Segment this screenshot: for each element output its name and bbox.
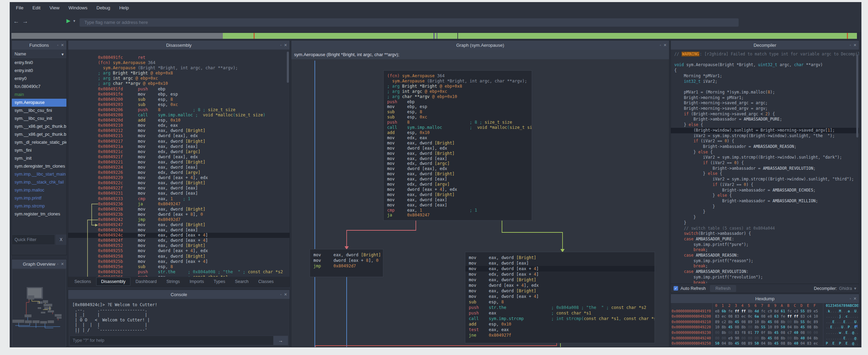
function-list-item[interactable]: sym.deregister_tm_clones: [12, 162, 66, 170]
hexdump-row[interactable]: 0x000000000804922010 8b 45 08 8b 00 8b 5…: [671, 325, 859, 330]
asm-line[interactable]: mov eax, dword [Bright]: [387, 171, 528, 177]
asm-line[interactable]: 0x08049200 sub esp, 8: [68, 97, 290, 102]
function-list-item[interactable]: sym.imp.__libc_start_main: [12, 170, 66, 178]
tab-search[interactable]: Search: [230, 278, 253, 285]
asm-line[interactable]: 0x08049231 mov eax, dword [eax]: [68, 191, 290, 196]
asm-line[interactable]: 0x0804921f mov dword [eax], edx: [68, 154, 290, 160]
asm-line[interactable]: mov eax, dword [Bright]: [387, 151, 528, 156]
undock-icon[interactable]: ◦: [280, 292, 282, 296]
tab-dashboard[interactable]: Dashboard: [131, 278, 161, 285]
close-icon[interactable]: ✕: [284, 292, 287, 297]
asm-line[interactable]: 0x0804922f mov eax, dword [eax]: [68, 186, 290, 191]
asm-line[interactable]: mov eax, dword [Bright]: [387, 192, 528, 197]
asm-line[interactable]: add esp, 0x10: [387, 130, 528, 135]
decompiler-line[interactable]: case AMBASSADOR_PURE:: [671, 237, 859, 242]
asm-line[interactable]: sym.Aeropause (Bright *Bright, int argc,…: [68, 65, 290, 71]
asm-line[interactable]: 0x0804922c mov eax, dword [Bright]: [68, 180, 290, 186]
hexdump-row[interactable]: 0x000000000804923000 8b 00 83 f8 01 77 0…: [671, 330, 859, 336]
close-icon[interactable]: ✕: [853, 296, 857, 301]
function-list-item[interactable]: sym.__x86.get_pc_thunk.bp: [12, 123, 66, 131]
function-list-item[interactable]: entry.init0: [12, 67, 66, 75]
asm-line[interactable]: mov eax, dword [eax]: [387, 197, 528, 203]
decompiler-scrollbar[interactable]: [856, 54, 858, 137]
asm-line[interactable]: 0x08049217 mov eax, dword [Bright]: [68, 139, 290, 144]
forward-icon[interactable]: →: [21, 18, 29, 25]
decompiler-select[interactable]: Decompiler: Ghidra ▾: [814, 286, 857, 291]
function-list-item[interactable]: sym.imp.strcmp: [12, 202, 66, 210]
function-list-item[interactable]: entry0: [12, 75, 66, 83]
asm-line[interactable]: mov edx, eax: [387, 135, 528, 141]
asm-line[interactable]: 0x080491fd push ebp: [68, 87, 290, 92]
hexdump-row[interactable]: 0x000000000804920083 ec 08 83 ec 0c 6a 0…: [671, 314, 859, 319]
decompiler-line[interactable]: iVar2 = sym.imp.strcmp((Bright->window).…: [671, 177, 859, 182]
close-icon[interactable]: ✕: [61, 43, 64, 47]
decompiler-line[interactable]: sym.imp.printf("reason");: [671, 258, 859, 264]
asm-line[interactable]: add esp, 0x10: [469, 321, 651, 327]
undock-icon[interactable]: ◦: [660, 43, 661, 47]
decompiler-line[interactable]: // WARNING: [r2ghidra] Failed to match t…: [671, 52, 859, 57]
asm-line[interactable]: sub esp, 8: [387, 109, 528, 115]
decompiler-line[interactable]: {: [671, 68, 859, 73]
function-list-item[interactable]: entry.fini0: [12, 59, 66, 67]
asm-line[interactable]: (fcn) sym.Aeropause 364: [387, 73, 528, 79]
asm-line[interactable]: ; arg Bright *Bright @ ebp+0x8: [387, 84, 528, 89]
menu-item-windows[interactable]: Windows: [68, 5, 88, 10]
asm-line[interactable]: 0x08049242 jmp 0x80492d7: [68, 217, 290, 222]
decompiler-line[interactable]: } else {: [671, 171, 859, 177]
asm-line[interactable]: mov dword [eax], edx: [387, 166, 528, 171]
asm-line[interactable]: 0x0804920d add esp, 0x10: [68, 118, 290, 123]
refresh-button[interactable]: Refresh: [710, 285, 736, 292]
decompiler-line[interactable]: sym.imp.printf("pure");: [671, 242, 859, 248]
disassembly-listing[interactable]: 0x080491fc ret(fcn) sym.Aeropause 364 sy…: [68, 50, 290, 277]
disassembly-scrollbar[interactable]: [287, 52, 289, 83]
scroll-left-icon[interactable]: «: [855, 322, 858, 329]
decompiler-line[interactable]: Bright->ambassador = AMBASSADOR_REVOLUTI…: [671, 166, 859, 171]
asm-line[interactable]: 0x0804923b mov dword [eax + 8], 0: [68, 212, 290, 217]
asm-line[interactable]: 0x08049252 mov eax, dword [Bright]: [68, 243, 290, 248]
decompiler-line[interactable]: } else {: [671, 122, 859, 128]
console-send-button[interactable]: →: [273, 336, 288, 345]
asm-line[interactable]: mov dword [eax], edx: [387, 146, 528, 151]
decompiler-line[interactable]: break;: [671, 280, 859, 284]
function-list-item[interactable]: sym.Aeropause: [12, 99, 66, 107]
function-list-item[interactable]: sym._dl_relocate_static_pie: [12, 139, 66, 147]
asm-line[interactable]: 0x08049233 cmp eax, 1 ; 1: [68, 196, 290, 202]
asm-line[interactable]: 0x08049221 mov eax, dword [Bright]: [68, 160, 290, 165]
decompiler-line[interactable]: iVar2 = sym.imp.strcmp((Bright->window).…: [671, 155, 859, 160]
undock-icon[interactable]: ◦: [57, 262, 58, 266]
decompiler-line[interactable]: Bright->morning = pMVar1;: [671, 95, 859, 101]
asm-line[interactable]: (fcn) sym.Aeropause 364: [68, 60, 290, 65]
asm-line[interactable]: ; arg Bright *Bright @ ebp+0x8: [68, 71, 290, 76]
hexdump-grid[interactable]: 0 1 2 3 4 5 6 7 8 9 A B C D E F012345678…: [671, 303, 859, 347]
asm-line[interactable]: jmp 0x80492d7: [313, 263, 380, 269]
asm-line[interactable]: 0x08049224 mov eax, dword [eax]: [68, 165, 290, 170]
asm-line[interactable]: 0x08049226 mov edx, dword [argv]: [68, 170, 290, 175]
asm-line[interactable]: 0x08049206 push 8 ; 8 ; size_t size: [68, 107, 290, 113]
asm-line[interactable]: 0x0804921a mov eax, dword [eax]: [68, 144, 290, 149]
asm-line[interactable]: call sym.imp.malloc ; void *malloc(size_…: [387, 125, 528, 130]
decompiler-line[interactable]: if (iVar2 == 0) {: [671, 182, 859, 188]
asm-line[interactable]: ja 0x8049247: [387, 213, 528, 218]
asm-line[interactable]: 0x08049215 mov dword [eax], edx: [68, 133, 290, 139]
asm-line[interactable]: 0x080491fe mov ebp, esp: [68, 92, 290, 97]
function-list-item[interactable]: sym.__libc_csu_fini: [12, 107, 66, 115]
graph-minimap[interactable]: [12, 268, 66, 347]
asm-line[interactable]: 0x08049255 mov dword [eax + 4], edx: [68, 248, 290, 254]
asm-line[interactable]: cmp eax, 1 ; 1: [387, 208, 528, 213]
asm-line[interactable]: sym.Aeropause (Bright *Bright, int argc,…: [387, 79, 528, 84]
asm-line[interactable]: mov eax, dword [eax]: [387, 203, 528, 208]
asm-line[interactable]: mov eax, dword [eax + 4]: [465, 266, 655, 272]
asm-line[interactable]: mov dword [eax + 8], 0: [313, 258, 380, 263]
decompiler-line[interactable]: void sym.Aeropause(Bright *Bright, uint3…: [671, 62, 859, 68]
decompiler-line[interactable]: int32_t iVar2;: [671, 79, 859, 85]
auto-refresh-checkbox[interactable]: ✓: [674, 286, 678, 291]
asm-line[interactable]: mov eax, dword [eax]: [387, 177, 528, 182]
asm-line[interactable]: 0x080491fc ret: [68, 55, 290, 60]
decompiler-line[interactable]: if (iVar2 == 0) {: [671, 160, 859, 166]
undock-icon[interactable]: ◦: [850, 296, 851, 301]
function-list-item[interactable]: sym.imp.malloc: [12, 186, 66, 194]
asm-line[interactable]: mov eax, dword [Bright]: [387, 141, 528, 146]
graph-canvas[interactable]: (fcn) sym.Aeropause 364 sym.Aeropause (B…: [291, 59, 669, 347]
graph-node-false[interactable]: mov eax, dword [Bright]mov dword [eax + …: [310, 249, 383, 277]
decompiler-line[interactable]: if (iVar2 == 0) {: [671, 139, 859, 144]
